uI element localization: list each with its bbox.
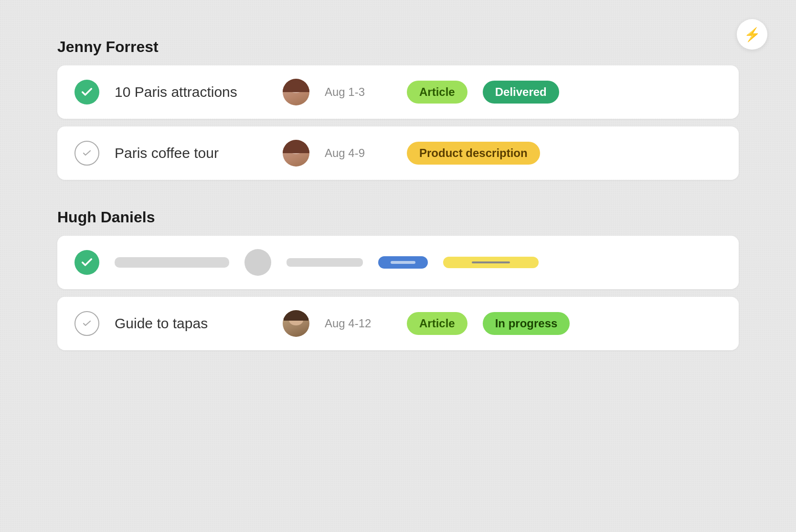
card-paris-attractions[interactable]: 10 Paris attractions Aug 1-3 Article Del…	[57, 65, 739, 119]
avatar-female	[283, 79, 309, 105]
section-title-hugh: Hugh Daniels	[57, 209, 739, 226]
avatar-male	[283, 310, 309, 337]
task-title: Paris coffee tour	[115, 145, 267, 161]
flash-button[interactable]: ⚡	[737, 19, 767, 50]
task-title: Guide to tapas	[115, 315, 267, 332]
status-completed-icon	[74, 250, 99, 275]
status-outline-icon	[74, 141, 99, 166]
card-blurred[interactable]	[57, 236, 739, 289]
badge-article[interactable]: Article	[407, 81, 467, 104]
card-guide-tapas[interactable]: Guide to tapas Aug 4-12 Article In progr…	[57, 297, 739, 350]
badge-blue-pill[interactable]	[378, 256, 428, 269]
section-jenny-forrest: Jenny Forrest 10 Paris attractions Aug 1…	[57, 38, 739, 180]
status-completed-icon	[74, 80, 99, 104]
section-title-jenny: Jenny Forrest	[57, 38, 739, 56]
page-content: Jenny Forrest 10 Paris attractions Aug 1…	[57, 38, 739, 350]
task-title: 10 Paris attractions	[115, 84, 267, 100]
section-hugh-daniels: Hugh Daniels	[57, 209, 739, 350]
flash-icon: ⚡	[744, 27, 761, 42]
badge-delivered[interactable]: Delivered	[483, 81, 559, 104]
status-outline-icon	[74, 311, 99, 336]
badge-yellow-pill[interactable]	[443, 257, 539, 268]
date-range: Aug 4-9	[325, 146, 392, 160]
date-skeleton	[287, 258, 363, 267]
date-range: Aug 1-3	[325, 85, 392, 99]
badge-product-description[interactable]: Product description	[407, 142, 540, 165]
avatar-female	[283, 140, 309, 167]
badge-article[interactable]: Article	[407, 312, 467, 335]
date-range: Aug 4-12	[325, 317, 392, 330]
task-title-skeleton	[115, 257, 229, 268]
avatar-placeholder	[244, 249, 271, 276]
card-paris-coffee[interactable]: Paris coffee tour Aug 4-9 Product descri…	[57, 126, 739, 180]
badge-in-progress[interactable]: In progress	[483, 312, 570, 335]
